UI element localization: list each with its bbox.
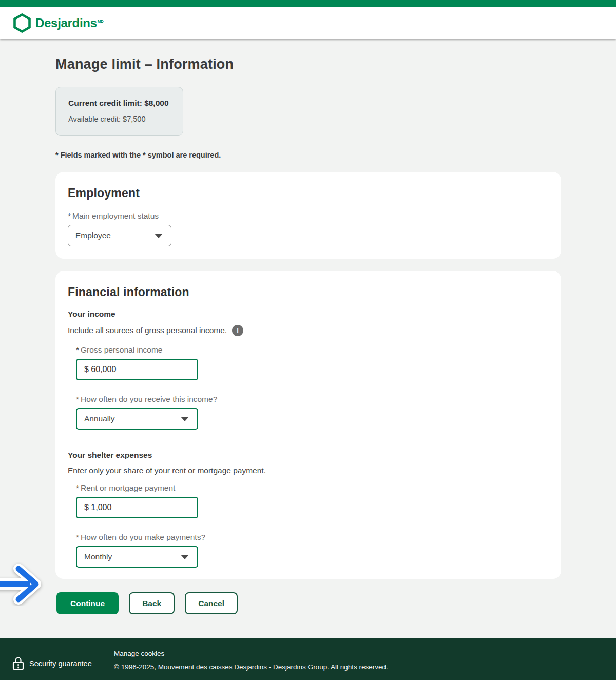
required-fields-note: * Fields marked with the * symbol are re… bbox=[55, 151, 561, 159]
employment-status-label: *Main employment status bbox=[68, 211, 549, 221]
continue-button[interactable]: Continue bbox=[56, 592, 119, 614]
security-guarantee-link[interactable]: Security guarantee bbox=[29, 659, 92, 668]
site-footer: Security guarantee Manage cookies © 1996… bbox=[0, 638, 616, 680]
page-title: Manage limit – Information bbox=[55, 56, 561, 72]
payment-frequency-value: Monthly bbox=[84, 552, 112, 561]
credit-summary-box: Current credit limit: $8,000 Available c… bbox=[55, 87, 183, 136]
required-asterisk: * bbox=[76, 345, 79, 354]
employment-heading: Employment bbox=[68, 186, 549, 200]
lock-icon bbox=[12, 656, 24, 671]
chevron-down-icon bbox=[155, 234, 163, 238]
gross-income-group: *Gross personal income bbox=[76, 345, 549, 380]
income-frequency-label: *How often do you receive this income? bbox=[76, 395, 549, 404]
rent-payment-input[interactable] bbox=[76, 497, 198, 518]
brand-wordmark: DesjardinsMD bbox=[35, 16, 104, 30]
footer-legal: Manage cookies © 1996-2025, Mouvement de… bbox=[114, 647, 388, 680]
cancel-button[interactable]: Cancel bbox=[185, 592, 238, 614]
shelter-description: Enter only your share of your rent or mo… bbox=[68, 466, 266, 475]
info-icon[interactable]: i bbox=[232, 325, 243, 336]
income-frequency-group: *How often do you receive this income? A… bbox=[76, 395, 549, 430]
income-frequency-value: Annually bbox=[84, 414, 114, 423]
chevron-down-icon bbox=[181, 555, 189, 559]
required-asterisk: * bbox=[76, 483, 79, 492]
rent-payment-group: *Rent or mortgage payment bbox=[76, 483, 549, 518]
payment-frequency-label: *How often do you make payments? bbox=[76, 533, 549, 542]
employment-status-select[interactable]: Employee bbox=[68, 225, 171, 246]
back-button[interactable]: Back bbox=[129, 592, 175, 614]
chevron-down-icon bbox=[181, 417, 189, 421]
required-asterisk: * bbox=[76, 533, 79, 541]
shelter-subheading: Your shelter expenses bbox=[68, 451, 549, 460]
income-description-row: Include all sources of gross personal in… bbox=[68, 325, 549, 336]
annotation-arrow-icon bbox=[0, 562, 55, 606]
main-content: Manage limit – Information Current credi… bbox=[55, 56, 561, 614]
financial-section: Financial information Your income Includ… bbox=[55, 271, 561, 579]
section-divider bbox=[68, 441, 549, 441]
manage-cookies-link[interactable]: Manage cookies bbox=[114, 650, 388, 657]
employment-status-value: Employee bbox=[75, 231, 111, 240]
gross-income-input[interactable] bbox=[76, 359, 198, 380]
desjardins-logo[interactable]: DesjardinsMD bbox=[13, 13, 104, 33]
action-buttons: Continue Back Cancel bbox=[56, 592, 561, 614]
gross-income-label: *Gross personal income bbox=[76, 345, 549, 355]
payment-frequency-group: *How often do you make payments? Monthly bbox=[76, 533, 549, 568]
rent-payment-label: *Rent or mortgage payment bbox=[76, 483, 549, 493]
income-description: Include all sources of gross personal in… bbox=[68, 326, 227, 335]
current-credit-limit: Current credit limit: $8,000 bbox=[68, 99, 170, 108]
brand-top-bar bbox=[0, 0, 616, 7]
payment-frequency-select[interactable]: Monthly bbox=[76, 546, 198, 568]
copyright-text: © 1996-2025, Mouvement des caisses Desja… bbox=[114, 663, 388, 671]
shelter-description-row: Enter only your share of your rent or mo… bbox=[68, 466, 549, 475]
desjardins-hexagon-icon bbox=[13, 13, 31, 33]
financial-heading: Financial information bbox=[68, 285, 549, 299]
trademark-mark: MD bbox=[98, 19, 104, 24]
available-credit: Available credit: $7,500 bbox=[68, 115, 170, 123]
required-asterisk: * bbox=[76, 395, 79, 403]
employment-section: Employment *Main employment status Emplo… bbox=[55, 172, 561, 259]
required-asterisk: * bbox=[68, 211, 71, 220]
site-header: DesjardinsMD bbox=[0, 7, 616, 39]
income-subheading: Your income bbox=[68, 309, 549, 319]
footer-security: Security guarantee bbox=[12, 647, 114, 680]
income-frequency-select[interactable]: Annually bbox=[76, 408, 198, 430]
